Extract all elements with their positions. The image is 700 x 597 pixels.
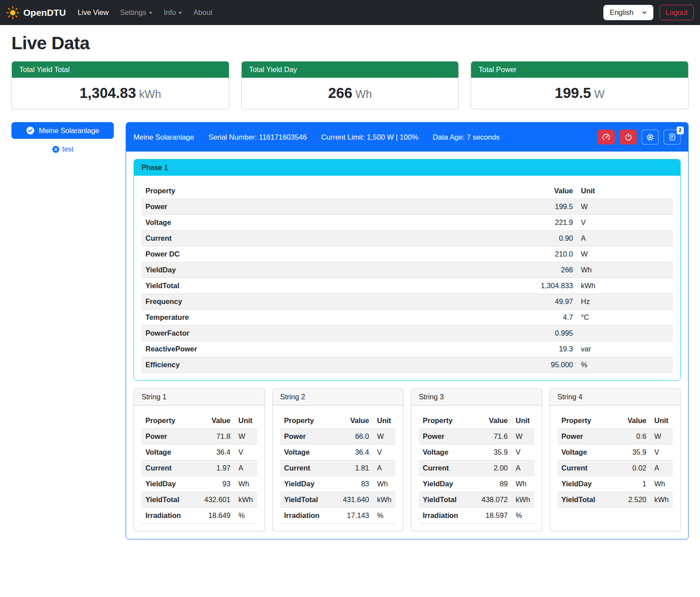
table-row: YieldTotal 1,304.833 kWh	[141, 278, 673, 294]
journal-text-icon	[668, 133, 676, 141]
table-row: YieldDay 93 Wh	[141, 476, 257, 492]
string-table: Property Value Unit Power 0.6	[558, 413, 673, 508]
property-cell: Voltage	[280, 445, 337, 460]
value-cell: 35.9	[614, 445, 650, 460]
table-row: YieldDay 1 Wh	[558, 476, 673, 492]
value-cell: 266	[511, 262, 577, 278]
property-cell: ReactivePower	[141, 341, 511, 357]
phase-card: Phase 1 Property Value Unit	[134, 159, 681, 381]
summary-card-total-power: Total Power 199.5W	[471, 61, 689, 109]
table-row: YieldTotal 431.640 kWh	[280, 492, 396, 508]
nav-about[interactable]: About	[188, 5, 218, 20]
property-cell: Irradiation	[419, 508, 476, 524]
value-cell: 199.5	[511, 199, 577, 215]
page-title: Live Data	[11, 33, 689, 54]
table-row: Irradiation 18.649 %	[141, 508, 257, 524]
property-cell: YieldDay	[141, 476, 199, 492]
table-row: YieldTotal 2.520 kWh	[558, 492, 673, 508]
language-select[interactable]: English	[603, 5, 653, 20]
table-row: Current 0.90 A	[141, 231, 673, 246]
unit-cell: A	[373, 460, 395, 476]
unit-cell: %	[235, 508, 257, 524]
table-row: PowerFactor 0.995	[141, 326, 673, 341]
unit-cell: V	[650, 445, 673, 460]
property-cell: Irradiation	[141, 508, 199, 524]
brand[interactable]: OpenDTU	[6, 6, 66, 19]
value-cell: 49.97	[511, 294, 577, 310]
speedometer-icon	[602, 133, 610, 141]
value-cell: 36.4	[199, 445, 235, 460]
nav-info[interactable]: Info	[158, 5, 188, 20]
event-log-button[interactable]: 2	[664, 130, 681, 145]
unit-cell: W	[650, 429, 673, 445]
unit-cell: A	[650, 460, 673, 476]
value-cell: 0.90	[511, 231, 577, 246]
power-button[interactable]	[620, 130, 637, 145]
table-row: YieldDay 266 Wh	[141, 262, 673, 278]
phase-card-body: Property Value Unit Power 199.5	[134, 176, 680, 380]
col-header-unit: Unit	[577, 183, 673, 199]
x-circle-icon[interactable]	[52, 145, 60, 153]
table-row: Current 1.81 A	[280, 460, 396, 476]
table-row: YieldDay 89 Wh	[419, 476, 534, 492]
value-cell: 66.0	[337, 429, 373, 445]
col-header-value: Value	[337, 413, 373, 429]
property-cell: YieldDay	[558, 476, 615, 492]
string-card-title: String 4	[550, 389, 681, 405]
string-card-body: Property Value Unit Power 0.6	[550, 405, 681, 515]
nav-live-view[interactable]: Live View	[72, 5, 114, 20]
limit-settings-button[interactable]	[598, 130, 615, 145]
summary-card-title: Total Yield Day	[242, 62, 459, 78]
inverter-item-test[interactable]: test	[11, 145, 114, 153]
inverter-selected-button[interactable]: Meine Solaranlage	[11, 122, 114, 139]
summary-card-body: 1,304.83kWh	[12, 78, 229, 109]
table-row: YieldTotal 432.601 kWh	[141, 492, 257, 508]
property-cell: Power	[558, 429, 615, 445]
navbar-right: English Logout	[603, 5, 694, 20]
value-cell: 1.97	[199, 460, 235, 476]
string-card-title: String 2	[273, 389, 403, 405]
nav-settings[interactable]: Settings	[114, 5, 158, 20]
string-card-body: Property Value Unit Power 71.8	[134, 405, 265, 531]
table-row: Voltage 35.9 V	[558, 445, 673, 460]
top-navbar: OpenDTU Live View Settings Info About En…	[0, 0, 700, 25]
value-cell: 432.601	[199, 492, 235, 508]
value-cell: 210.0	[511, 246, 577, 262]
table-row: YieldTotal 438.072 kWh	[419, 492, 534, 508]
property-cell: Voltage	[558, 445, 615, 460]
unit-cell: W	[577, 246, 673, 262]
summary-card-yield-day: Total Yield Day 266Wh	[241, 61, 459, 109]
nav-info-label: Info	[164, 8, 176, 16]
table-header-row: Property Value Unit	[141, 183, 673, 199]
check-circle-icon	[26, 126, 35, 135]
col-header-property: Property	[280, 413, 337, 429]
summary-card-title: Total Yield Total	[12, 62, 229, 78]
property-cell: YieldTotal	[141, 492, 199, 508]
device-info-button[interactable]	[642, 130, 659, 145]
unit-cell: Wh	[577, 262, 673, 278]
string-table: Property Value Unit Power 66.0	[280, 413, 396, 524]
value-cell: 438.072	[476, 492, 512, 508]
value-cell: 36.4	[337, 445, 373, 460]
string-card-body: Property Value Unit Power 71.6	[411, 405, 542, 531]
property-cell: Current	[141, 460, 199, 476]
value-cell: 0.6	[614, 429, 650, 445]
table-row: Current 0.02 A	[558, 460, 673, 476]
unit-cell: Hz	[577, 294, 673, 310]
unit-cell: W	[373, 429, 395, 445]
table-row: Power DC 210.0 W	[141, 246, 673, 262]
logout-button[interactable]: Logout	[660, 5, 694, 20]
property-cell: YieldTotal	[558, 492, 615, 508]
inverter-card: Meine Solaranlage Serial Number: 1161716…	[126, 122, 689, 539]
property-cell: Current	[141, 231, 511, 246]
chevron-down-icon	[149, 12, 152, 14]
unit-cell: kWh	[373, 492, 395, 508]
unit-cell: Wh	[650, 476, 673, 492]
brand-label: OpenDTU	[23, 7, 66, 18]
table-row: Power 0.6 W	[558, 429, 673, 445]
inverter-list: Meine Solaranlage test	[11, 122, 114, 153]
unit-cell: Wh	[373, 476, 395, 492]
property-cell: Current	[558, 460, 615, 476]
property-cell: YieldTotal	[419, 492, 476, 508]
property-cell: Irradiation	[280, 508, 337, 524]
